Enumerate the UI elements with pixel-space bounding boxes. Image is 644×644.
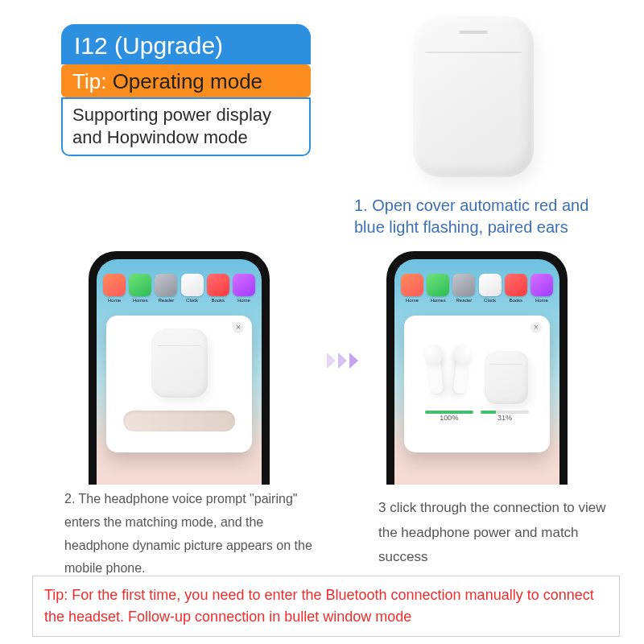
battery-percent: 100% — [440, 414, 458, 422]
progress-bar — [425, 411, 473, 414]
app-label: Reader — [452, 298, 475, 303]
phone-screen: Home Homes Reader Clock Books Home × — [97, 259, 262, 485]
app-icon-row — [401, 274, 553, 296]
app-label: Clock — [181, 298, 204, 303]
bottom-tip-box: Tip: For the first time, you need to ent… — [32, 576, 620, 637]
step-2-text: 2. The headphone voice prompt "pairing" … — [64, 488, 330, 580]
app-icon — [452, 274, 475, 296]
app-icon — [427, 274, 449, 296]
phone-statusbar — [97, 259, 262, 270]
battery-row: 100% 31% — [421, 407, 532, 422]
tip-band: Tip: Operating mode — [61, 64, 311, 97]
app-icon — [155, 274, 177, 296]
app-label: Clock — [479, 298, 502, 303]
progress-fill — [425, 411, 473, 414]
tip-prefix: Tip: — [72, 69, 106, 93]
app-icon — [530, 274, 553, 296]
app-icon — [401, 274, 423, 296]
app-icon — [505, 274, 527, 296]
app-icon — [181, 274, 204, 296]
app-label: Homes — [129, 298, 151, 303]
arrow-right-icon — [327, 353, 358, 369]
earbuds-case-icon — [151, 328, 208, 398]
phone-mockup-step2: Home Homes Reader Clock Books Home × — [80, 251, 278, 485]
phone-frame: Home Homes Reader Clock Books Home × — [89, 251, 270, 485]
app-label-row: Home Homes Reader Clock Books Home — [103, 298, 255, 303]
app-icon — [207, 274, 229, 296]
progress-fill — [481, 411, 496, 414]
devices-row — [412, 330, 542, 404]
connect-bar — [123, 411, 234, 431]
app-icon — [479, 274, 502, 296]
battery-case: 31% — [481, 407, 529, 422]
battery-percent: 31% — [497, 414, 512, 422]
progress-bar — [481, 411, 529, 414]
app-label-row: Home Homes Reader Clock Books Home — [401, 298, 553, 303]
app-label: Home — [103, 298, 126, 303]
step-1-text: 1. Open cover automatic red and blue lig… — [354, 195, 620, 238]
phone-screen: Home Homes Reader Clock Books Home × — [394, 259, 559, 485]
subtitle: Supporting power display and Hopwindow m… — [61, 97, 311, 156]
app-icon-row — [103, 274, 255, 296]
app-label: Home — [530, 298, 553, 303]
product-title: I12 (Upgrade) — [61, 24, 311, 64]
phone-statusbar — [394, 259, 559, 270]
app-label: Homes — [427, 298, 449, 303]
earbuds-icon — [427, 340, 470, 404]
tip-text: Operating mode — [113, 69, 262, 93]
app-icon — [129, 274, 151, 296]
earbuds-case-icon — [413, 16, 534, 177]
phone-frame: Home Homes Reader Clock Books Home × — [386, 251, 568, 485]
battery-earbuds: 100% — [425, 407, 473, 422]
step-3-text: 3 click through the connection to view t… — [378, 496, 620, 570]
pairing-popup-case: × — [106, 316, 252, 452]
app-icon — [233, 274, 255, 296]
earbud-left-icon — [426, 352, 444, 395]
app-label: Home — [401, 298, 423, 303]
earbud-right-icon — [452, 352, 470, 395]
app-icon — [103, 274, 126, 296]
app-label: Home — [233, 298, 255, 303]
close-icon[interactable]: × — [233, 322, 244, 333]
app-label: Books — [207, 298, 229, 303]
pairing-popup-battery: × 100% 31% — [404, 316, 550, 452]
app-label: Books — [505, 298, 527, 303]
header-box: I12 (Upgrade) Tip: Operating mode Suppor… — [61, 24, 311, 156]
app-label: Reader — [155, 298, 177, 303]
earbuds-case-hero — [401, 16, 546, 192]
earbuds-case-icon — [485, 351, 528, 404]
close-icon[interactable]: × — [530, 322, 542, 333]
phone-mockup-step3: Home Homes Reader Clock Books Home × — [378, 251, 576, 485]
